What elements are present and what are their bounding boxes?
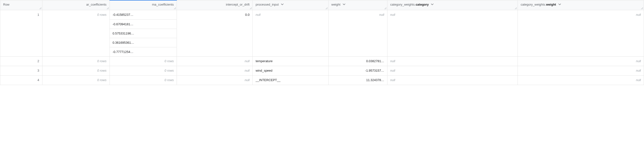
cell-ar-coefficients: 0 rows [42,57,110,66]
table-row: 1 0 rows -0.41585237… -0.67094181… 0.575… [0,10,644,56]
cell-processed-input: wind_speed [253,66,328,75]
cell-cw-category: null [388,10,518,20]
row-number: 2 [0,57,42,66]
col-header-weight-label: weight [332,3,341,6]
resize-handle-icon[interactable] [326,7,328,10]
cell-intercept: 0.0 [177,10,252,20]
cell-processed-input: temperature [253,57,328,66]
cell-ma-coefficients: -0.41585237… -0.67094181… 0.575331196… 0… [110,10,177,56]
ma-value: 0.575331196… [110,29,177,38]
cell-ma-coefficients: 0 rows [110,66,177,75]
ma-value: 0.361695361… [110,38,177,47]
ma-value: -0.67094181… [110,20,177,29]
results-table: Row ar_coefficients ma_coefficients [0,0,644,85]
chevron-down-icon[interactable] [343,4,345,5]
table-row: 3 0 rows 0 rows null wind_speed -1.95731… [0,66,644,75]
col-header-processed-label: processed_input [256,3,279,6]
row-number: 1 [0,10,42,20]
resize-handle-icon[interactable] [641,7,643,10]
row-number: 4 [0,76,42,85]
cell-cw-weight: null [518,66,644,75]
col-header-category-weights-weight[interactable]: category_weights.weight [518,0,644,10]
cell-cw-weight: null [518,57,644,66]
col-header-cwwt-suffix: weight [546,3,556,6]
cell-processed-input: __INTERCEPT__ [253,76,328,85]
cell-cw-category: null [388,57,518,66]
col-header-row[interactable]: Row [0,0,42,10]
resize-handle-icon[interactable] [514,7,517,10]
table-row: 4 0 rows 0 rows null __INTERCEPT__ 11.32… [0,75,644,85]
col-header-ma-coefficients[interactable]: ma_coefficients [110,0,177,10]
col-header-ma-label: ma_coefficients [152,3,174,6]
cell-processed-input: null [253,10,328,20]
cell-weight: -1.9573157… [328,66,387,75]
chevron-down-icon[interactable] [431,4,434,5]
cell-ar-coefficients: 0 rows [42,76,110,85]
ma-value: -0.41585237… [110,10,177,20]
cell-weight: 11.324378… [328,76,387,85]
cell-cw-weight: null [518,76,644,85]
cell-intercept: null [177,76,252,85]
resize-handle-icon[interactable] [106,7,109,10]
col-header-row-label: Row [3,3,10,6]
resize-handle-icon[interactable] [384,7,387,10]
col-header-weight[interactable]: weight [328,0,387,10]
col-header-intercept-label: intercept_or_drift [226,3,250,6]
table-row: 2 0 rows 0 rows null temperature 0.03827… [0,56,644,66]
resize-handle-icon[interactable] [39,7,42,10]
cell-cw-category: null [388,66,518,75]
chevron-down-icon[interactable] [558,4,561,5]
cell-weight: 0.0382781… [328,57,387,66]
col-header-cwcat-prefix: category_weights. [390,3,416,6]
col-header-cwwt-prefix: category_weights. [521,3,546,6]
cell-ma-coefficients: 0 rows [110,76,177,85]
chevron-down-icon[interactable] [281,4,284,5]
col-header-ar-coefficients[interactable]: ar_coefficients [42,0,110,10]
cell-intercept: null [177,57,252,66]
cell-ar-coefficients: 0 rows [42,66,110,75]
header-row: Row ar_coefficients ma_coefficients [0,0,644,10]
col-header-processed-input[interactable]: processed_input [252,0,328,10]
cell-weight: null [328,10,387,20]
cell-cw-category: null [388,76,518,85]
cell-ma-coefficients: 0 rows [110,57,177,66]
col-header-intercept-or-drift[interactable]: intercept_or_drift [177,0,253,10]
col-header-category-weights-category[interactable]: category_weights.category [387,0,518,10]
row-number: 3 [0,66,42,75]
cell-intercept: null [177,66,252,75]
resize-handle-icon[interactable] [174,7,176,10]
cell-ar-coefficients: 0 rows [42,10,110,20]
ma-value: -0.77771254… [110,47,177,56]
col-header-cwcat-suffix: category [416,3,428,6]
resize-handle-icon[interactable] [250,7,252,10]
col-header-ar-label: ar_coefficients [86,3,106,6]
cell-cw-weight: null [518,10,644,20]
